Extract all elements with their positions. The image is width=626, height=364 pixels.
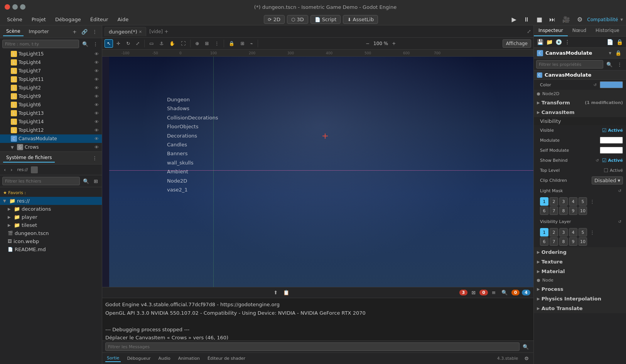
tool-rect[interactable]: ▭	[147, 39, 156, 48]
affichage-button[interactable]: Affichage	[503, 39, 531, 48]
tree-item-toplight4[interactable]: L TopLight4 👁	[0, 58, 102, 67]
tree-item-toplight6[interactable]: L TopLight6 👁	[0, 101, 102, 109]
settings-button[interactable]: ⚙	[575, 15, 585, 24]
visibility-icon10[interactable]: 👁	[94, 128, 99, 133]
vis-layer-btn-4[interactable]: 4	[569, 228, 577, 237]
inspector-script-icon[interactable]: 📄	[606, 38, 614, 46]
fs-item-tileset[interactable]: ▶ 📁 tileset	[0, 221, 102, 229]
fs-nav-back[interactable]: ‹	[2, 166, 7, 173]
self-modulate-swatch[interactable]	[600, 147, 623, 154]
section-process[interactable]: ▶ Process	[534, 284, 626, 294]
compat-button[interactable]: Compatibilité	[587, 17, 618, 22]
section-ordering[interactable]: ▶ Ordering	[534, 247, 626, 257]
prop-color-swatch[interactable]	[600, 81, 623, 88]
tab-animation[interactable]: Animation	[177, 355, 201, 362]
visibility-icon11[interactable]: 👁	[94, 136, 99, 141]
tool-more[interactable]: ⋮	[212, 39, 221, 48]
console-filter-input[interactable]	[105, 342, 520, 351]
play-button[interactable]: ▶	[510, 15, 519, 24]
menu-project[interactable]: Projet	[28, 15, 50, 24]
close-tab-dungeon[interactable]: ✕	[139, 30, 142, 34]
console-error-settings[interactable]: ⊠	[470, 289, 477, 296]
scene-filter-button[interactable]: 🔍	[81, 40, 90, 48]
tool-lock[interactable]: 🔒	[226, 39, 237, 48]
expand-arrow-decorations[interactable]: ▶	[8, 207, 12, 211]
compat-dropdown[interactable]: ▾	[620, 17, 623, 22]
expand-arrow-res[interactable]: ▼	[3, 199, 8, 203]
tool-zoom-out[interactable]: ⛶	[179, 39, 188, 48]
fs-menu-button[interactable]: ⋮	[91, 154, 99, 162]
tool-hand[interactable]: ✋	[167, 39, 177, 48]
inspector-lock-icon[interactable]: 🔒	[616, 38, 624, 46]
top-level-checkbox[interactable]: ☐	[604, 168, 608, 173]
visibility-icon7[interactable]: 👁	[94, 102, 99, 107]
console-copy-icon[interactable]: 📋	[282, 289, 291, 296]
tab-sortie[interactable]: Sortie	[105, 355, 121, 362]
btn-assetlib[interactable]: ⬇ AssetLib	[343, 15, 378, 24]
tool-select[interactable]: ↖	[105, 39, 113, 48]
tree-item-toplight11[interactable]: L TopLight11 👁	[0, 75, 102, 84]
console-filter-lines[interactable]: ≡	[490, 289, 498, 296]
zoom-in-button[interactable]: +	[390, 39, 398, 48]
tool-bone[interactable]: ⌁	[248, 39, 255, 48]
inspector-folder-icon[interactable]: 📁	[545, 38, 553, 46]
mask-btn-9[interactable]: 9	[569, 206, 577, 215]
menu-editor[interactable]: Éditeur	[86, 15, 112, 24]
section-canvasitem[interactable]: ▶ CanvasItem	[534, 107, 626, 117]
tab-history[interactable]: Historique	[591, 25, 624, 36]
section-texture[interactable]: ▶ Texture	[534, 257, 626, 267]
section-auto-translate[interactable]: ▶ Auto Translate	[534, 304, 626, 313]
fs-filter-button[interactable]: ⊞	[92, 178, 100, 185]
mask-btn-3[interactable]: 3	[559, 197, 568, 206]
console-upload-icon[interactable]: ⬆	[272, 289, 279, 296]
scene-search-input[interactable]	[2, 40, 79, 48]
scene-add-button[interactable]: +	[71, 28, 78, 35]
tree-item-canvas-modulate[interactable]: C CanvasModulate 👁	[0, 134, 102, 143]
btn-2d[interactable]: ⟳ 2D	[264, 15, 285, 24]
tree-item-toplight15[interactable]: L TopLight15 👁	[0, 50, 102, 58]
btn-script[interactable]: 📄 Script	[310, 15, 341, 24]
vis-layer-btn-1[interactable]: 1	[540, 228, 548, 237]
camera-button[interactable]: 🎥	[560, 15, 572, 24]
fs-search-button[interactable]: 🔍	[81, 178, 91, 185]
tool-move[interactable]: ✛	[114, 39, 123, 48]
tab-add-button[interactable]: +	[164, 29, 169, 34]
mask-more-1[interactable]: ⋮	[588, 199, 596, 205]
fullscreen-button[interactable]: ⤢	[527, 29, 531, 34]
tab-empty[interactable]: [vide]	[149, 29, 163, 34]
step-button[interactable]: ⏭	[547, 15, 558, 24]
mask-btn-6[interactable]: 6	[540, 206, 548, 215]
mask-btn-5[interactable]: 5	[579, 197, 587, 206]
visibility-icon2[interactable]: 👁	[94, 60, 99, 65]
fs-item-res[interactable]: ▼ 📁 res://	[0, 197, 102, 205]
fs-path-icon[interactable]	[31, 166, 38, 173]
tool-pivot[interactable]: ⊕	[193, 39, 201, 48]
section-material[interactable]: ▶ Material	[534, 267, 626, 276]
visibility-icon[interactable]: 👁	[94, 52, 99, 57]
vis-layer-btn-6[interactable]: 6	[540, 237, 548, 246]
vis-layer-btn-2[interactable]: 2	[550, 228, 558, 237]
mask-btn-1[interactable]: 1	[540, 197, 548, 206]
visibility-icon3[interactable]: 👁	[94, 69, 99, 74]
inspector-save-icon[interactable]: 💾	[536, 38, 544, 46]
expand-arrow-tileset[interactable]: ▶	[8, 223, 12, 227]
vis-layer-btn-3[interactable]: 3	[559, 228, 568, 237]
inspector-search-icon[interactable]: 🔍	[605, 61, 614, 68]
visibility-icon4[interactable]: 👁	[94, 77, 99, 82]
minimize-button[interactable]	[12, 4, 18, 10]
section-physics-interp[interactable]: ▶ Physics Interpolation	[534, 294, 626, 304]
show-behind-checkbox[interactable]: ☑	[602, 158, 607, 163]
mask-btn-8[interactable]: 8	[559, 206, 568, 215]
tab-debugger[interactable]: Débogueur	[125, 355, 152, 362]
tab-audio[interactable]: Audio	[157, 355, 172, 362]
section-transform[interactable]: ▶ Transform (1 modification)	[534, 98, 626, 107]
clip-children-dropdown[interactable]: Disabled ▾	[592, 176, 623, 185]
fs-item-decorations[interactable]: ▶ 📁 decorations	[0, 205, 102, 213]
tree-item-toplight2[interactable]: L TopLight2 👁	[0, 84, 102, 92]
close-button[interactable]	[5, 4, 10, 10]
expand-arrow-player[interactable]: ▶	[8, 215, 12, 219]
vis-layer-btn-7[interactable]: 7	[550, 237, 558, 246]
tree-item-crows[interactable]: ▼ G Crows 👁	[0, 143, 102, 151]
mask-btn-7[interactable]: 7	[550, 206, 558, 215]
expand-arrow-crows[interactable]: ▼	[11, 145, 15, 149]
